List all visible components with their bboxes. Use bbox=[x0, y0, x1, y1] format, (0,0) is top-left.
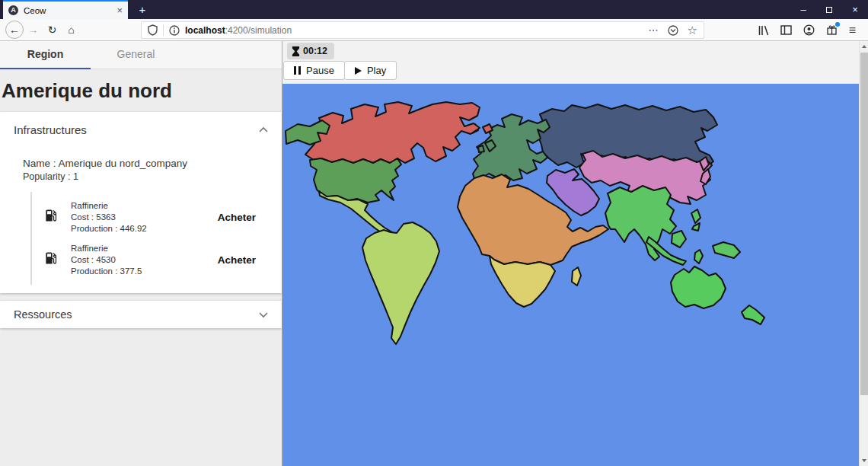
simulation-controls: Pause Play bbox=[283, 61, 396, 80]
scroll-up-arrow[interactable] bbox=[862, 45, 866, 48]
pause-icon bbox=[294, 66, 301, 75]
page-actions-icon[interactable]: ⋯ bbox=[649, 24, 659, 36]
browser-toolbar: ← → ↻ ⌂ localhost:4200/simulation ⋯ ☆ bbox=[0, 19, 868, 41]
tracking-shield-icon[interactable] bbox=[148, 24, 158, 36]
notification-dot bbox=[835, 22, 840, 27]
infrastructures-panel: Infrastructures Name : Amerique du nord_… bbox=[0, 112, 282, 293]
buy-button[interactable]: Acheter bbox=[218, 254, 256, 266]
ressources-title: Ressources bbox=[14, 308, 72, 321]
timer-badge: 00:12 bbox=[287, 43, 334, 59]
infrastructures-title: Infrastructures bbox=[14, 123, 87, 136]
sidebar: Region General Amerique du nord Infrastr… bbox=[0, 41, 282, 466]
new-tab-button[interactable]: + bbox=[134, 2, 151, 18]
url-host: localhost bbox=[185, 25, 225, 36]
tab-close-icon[interactable]: × bbox=[116, 5, 123, 15]
url-bar[interactable]: localhost:4200/simulation ⋯ ☆ bbox=[141, 21, 704, 39]
scroll-down-arrow[interactable] bbox=[862, 459, 866, 462]
close-window-button[interactable]: × bbox=[842, 0, 868, 19]
tab-title: Ceow bbox=[24, 6, 116, 15]
minimize-button[interactable]: – bbox=[790, 0, 816, 19]
tab-region[interactable]: Region bbox=[0, 41, 91, 69]
tab-general[interactable]: General bbox=[91, 41, 181, 69]
hourglass-icon bbox=[292, 46, 300, 57]
active-tab-indicator bbox=[0, 68, 91, 69]
menu-icon[interactable]: ≡ bbox=[849, 24, 856, 37]
infrastructures-header[interactable]: Infrastructures bbox=[0, 112, 282, 147]
play-label: Play bbox=[367, 65, 386, 76]
item-production: Production : 377.5 bbox=[71, 266, 142, 277]
chevron-down-icon bbox=[259, 308, 268, 321]
library-icon[interactable] bbox=[758, 25, 769, 36]
timer-value: 00:12 bbox=[303, 46, 327, 56]
gas-pump-icon bbox=[43, 208, 59, 226]
app-content: Region General Amerique du nord Infrastr… bbox=[0, 41, 868, 466]
pocket-icon[interactable] bbox=[668, 25, 678, 36]
item-type: Raffinerie bbox=[71, 243, 142, 254]
reload-button[interactable]: ↻ bbox=[43, 24, 62, 36]
gas-pump-icon bbox=[43, 251, 59, 269]
angular-favicon-icon: A bbox=[8, 5, 18, 15]
pause-button[interactable]: Pause bbox=[283, 61, 345, 80]
sidebar-tabs: Region General bbox=[0, 41, 282, 69]
url-path: :4200/simulation bbox=[225, 25, 292, 36]
world-map bbox=[282, 84, 859, 466]
browser-tab[interactable]: A Ceow × bbox=[3, 0, 128, 19]
infrastructure-list: Raffinerie Cost : 5363 Production : 446.… bbox=[30, 192, 282, 285]
item-type: Raffinerie bbox=[71, 200, 147, 212]
account-icon[interactable] bbox=[803, 24, 815, 36]
company-popularity: Popularity : 1 bbox=[23, 171, 282, 182]
play-button[interactable]: Play bbox=[344, 61, 397, 80]
chevron-up-icon bbox=[259, 123, 268, 136]
simulation-area: 00:12 Pause Play bbox=[282, 41, 859, 466]
scrollbar-thumb[interactable] bbox=[860, 53, 868, 395]
window-controls: – × bbox=[790, 0, 868, 19]
site-info-icon[interactable] bbox=[169, 25, 180, 36]
item-details: Raffinerie Cost : 4530 Production : 377.… bbox=[71, 243, 142, 277]
ressources-header[interactable]: Ressources bbox=[0, 301, 282, 328]
url-text[interactable]: localhost:4200/simulation bbox=[185, 25, 649, 36]
list-item: Raffinerie Cost : 4530 Production : 377.… bbox=[32, 238, 282, 281]
back-button[interactable]: ← bbox=[5, 21, 24, 39]
restore-button[interactable] bbox=[816, 0, 842, 19]
browser-titlebar: A Ceow × + – × bbox=[0, 0, 868, 19]
item-cost: Cost : 4530 bbox=[71, 254, 142, 266]
list-item: Raffinerie Cost : 5363 Production : 446.… bbox=[32, 196, 282, 238]
sidebar-toggle-icon[interactable] bbox=[780, 25, 792, 35]
gift-icon[interactable] bbox=[826, 24, 838, 36]
forward-button[interactable]: → bbox=[24, 24, 43, 36]
item-cost: Cost : 5363 bbox=[71, 212, 147, 223]
play-icon bbox=[355, 67, 362, 75]
home-button[interactable]: ⌂ bbox=[62, 24, 81, 36]
page-title: Amerique du nord bbox=[2, 79, 282, 103]
bookmark-star-icon[interactable]: ☆ bbox=[688, 24, 697, 37]
page-scrollbar[interactable] bbox=[859, 41, 868, 466]
buy-button[interactable]: Acheter bbox=[218, 212, 256, 223]
ressources-panel: Ressources bbox=[0, 301, 282, 328]
restore-icon bbox=[826, 7, 832, 13]
company-name: Name : Amerique du nord_company bbox=[23, 158, 282, 169]
map-region-ireland[interactable] bbox=[478, 145, 484, 152]
pause-label: Pause bbox=[306, 65, 334, 76]
urlbar-divider bbox=[163, 24, 164, 36]
item-production: Production : 446.92 bbox=[71, 223, 147, 235]
item-details: Raffinerie Cost : 5363 Production : 446.… bbox=[71, 200, 147, 235]
